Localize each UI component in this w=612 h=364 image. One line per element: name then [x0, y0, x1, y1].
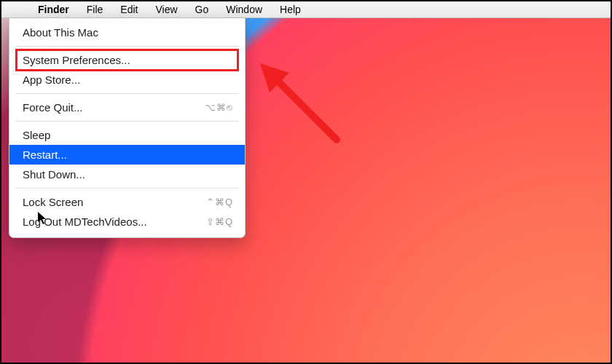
- menu-item-system-preferences[interactable]: System Preferences...: [9, 50, 245, 70]
- menu-separator: [15, 46, 239, 47]
- menu-item-lock-screen[interactable]: Lock Screen ⌃⌘Q: [9, 192, 245, 212]
- menu-item-app-store[interactable]: App Store...: [9, 70, 245, 90]
- menu-separator: [15, 121, 239, 122]
- menu-item-label: App Store...: [23, 74, 80, 86]
- menubar-item-go[interactable]: Go: [187, 1, 218, 17]
- menu-item-log-out[interactable]: Log Out MDTechVideos... ⇧⌘Q: [9, 212, 245, 232]
- menu-item-shortcut: ⌃⌘Q: [206, 197, 233, 207]
- menu-separator: [15, 188, 239, 189]
- menubar-item-edit[interactable]: Edit: [111, 1, 146, 17]
- menu-item-shortcut: ⇧⌘Q: [206, 216, 233, 227]
- menu-item-label: Lock Screen: [23, 196, 83, 208]
- menu-item-shortcut: ⌥⌘⎋: [205, 102, 233, 113]
- menu-item-label: Sleep: [23, 129, 50, 141]
- screenshot-frame: Finder File Edit View Go Window Help Abo…: [0, 0, 612, 364]
- menu-item-label: Log Out MDTechVideos...: [23, 215, 147, 228]
- menu-item-label: System Preferences...: [23, 54, 130, 66]
- menubar-item-view[interactable]: View: [146, 1, 186, 17]
- menubar-item-help[interactable]: Help: [271, 1, 310, 17]
- menu-item-label: Shut Down...: [23, 168, 85, 181]
- menu-item-label: Restart...: [23, 149, 67, 161]
- menu-item-restart[interactable]: Restart...: [9, 145, 245, 165]
- menu-bar: Finder File Edit View Go Window Help: [1, 1, 611, 18]
- menu-item-label: About This Mac: [23, 26, 98, 39]
- menu-item-label: Force Quit...: [23, 101, 83, 114]
- menubar-item-window[interactable]: Window: [217, 1, 271, 17]
- menu-item-force-quit[interactable]: Force Quit... ⌥⌘⎋: [9, 98, 245, 117]
- apple-menu-icon[interactable]: [12, 1, 29, 17]
- menu-item-sleep[interactable]: Sleep: [9, 125, 245, 145]
- menu-item-about-this-mac[interactable]: About This Mac: [9, 23, 245, 42]
- apple-menu-dropdown: About This Mac System Preferences... App…: [9, 18, 246, 238]
- menu-separator: [15, 93, 239, 94]
- menubar-item-file[interactable]: File: [78, 1, 112, 17]
- menubar-item-finder[interactable]: Finder: [29, 1, 78, 17]
- menu-item-shut-down[interactable]: Shut Down...: [9, 165, 245, 184]
